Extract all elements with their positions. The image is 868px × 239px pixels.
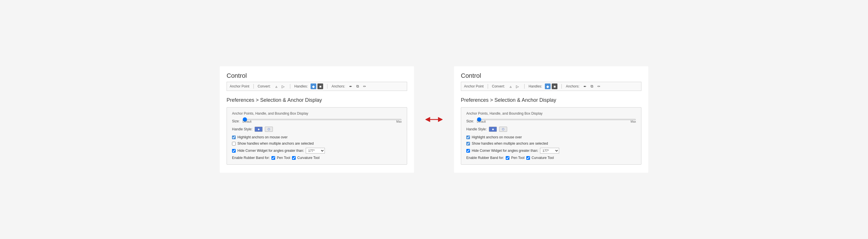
right-anchor-icon-3[interactable]: ⚰ <box>596 84 602 89</box>
anchor-icon-3[interactable]: ⚰ <box>362 84 367 89</box>
left-highlight-label: Highlight anchors on mouse over <box>238 135 287 139</box>
right-handle-btn-filled[interactable]: ◆ <box>489 127 497 132</box>
right-hide-corner-label: Hide Corner Widget for angles greater th… <box>472 149 538 153</box>
handle-icon-1[interactable]: ◆ <box>311 84 316 89</box>
right-handles-label: Handles: <box>529 84 542 88</box>
right-rubber-band-label: Enable Rubber Band for: <box>466 156 504 160</box>
right-size-label: Size: <box>466 119 474 123</box>
right-handle-icons: ◆ ■ <box>545 84 557 89</box>
right-separator-2 <box>524 84 525 89</box>
right-control-bar: Anchor Point Convert: ▵ ▷ Handles: ◆ ■ A… <box>461 82 642 91</box>
handle-icon-2[interactable]: ■ <box>317 84 323 89</box>
right-slider-labels: Default Max <box>477 120 636 123</box>
separator-1 <box>253 84 254 89</box>
left-title: Control <box>226 72 407 80</box>
left-convert-label: Convert: <box>258 84 271 88</box>
left-handle-circle-icon <box>268 128 270 130</box>
right-curvature-label: Curvature Tool <box>532 156 554 160</box>
left-rubber-band-row: Enable Rubber Band for: Pen Tool Curvatu… <box>232 156 402 160</box>
right-highlight-label: Highlight anchors on mouse over <box>472 135 522 139</box>
left-hide-corner-label: Hide Corner Widget for angles greater th… <box>238 149 304 153</box>
right-curvature-checkbox[interactable] <box>526 156 530 160</box>
right-handle-circle-icon <box>502 128 504 130</box>
left-show-handles-label: Show handles when multiple anchors are s… <box>238 142 314 146</box>
left-handles-label: Handles: <box>294 84 308 88</box>
right-size-row: Size: Default Max <box>466 119 636 123</box>
left-anchors-label: Anchors: <box>332 84 345 88</box>
left-angle-row: Hide Corner Widget for angles greater th… <box>232 148 402 153</box>
left-prefs-box-title: Anchor Points, Handle, and Bounding Box … <box>232 112 402 116</box>
right-hide-corner-checkbox[interactable] <box>466 149 470 153</box>
left-show-handles-checkbox[interactable] <box>232 142 236 146</box>
left-anchor-icons: ✒ ⧉ ⚰ <box>348 84 367 89</box>
left-size-row: Size: Default Max <box>232 119 402 123</box>
right-handle-icon-1[interactable]: ◆ <box>545 84 551 89</box>
left-handle-style-row: Handle Style: ◆ <box>232 127 402 132</box>
right-highlight-checkbox[interactable] <box>466 136 470 139</box>
left-control-bar: Anchor Point Convert: ▵ ▷ Handles: ◆ ■ A… <box>226 82 407 91</box>
left-handle-btn-circle[interactable] <box>265 127 273 132</box>
right-pen-tool-checkbox[interactable] <box>506 156 509 160</box>
left-pen-tool-checkbox[interactable] <box>272 156 275 160</box>
right-separator-1 <box>488 84 488 89</box>
right-angle-row: Hide Corner Widget for angles greater th… <box>466 148 636 153</box>
right-anchors-label: Anchors: <box>566 84 579 88</box>
main-container: Control Anchor Point Convert: ▵ ▷ Handle… <box>214 61 654 178</box>
left-slider-labels: Default Max <box>243 120 402 123</box>
left-highlight-checkbox[interactable] <box>232 136 236 139</box>
left-curvature-checkbox[interactable] <box>292 156 296 160</box>
convert-icon-2[interactable]: ▷ <box>280 84 286 89</box>
right-slider-container: Default Max <box>477 119 636 123</box>
right-prefs-box-title: Anchor Points, Handle, and Bounding Box … <box>466 112 636 116</box>
right-convert-icon-1[interactable]: ▵ <box>508 84 514 89</box>
right-angle-select[interactable]: 177° <box>540 148 559 153</box>
right-separator-3 <box>561 84 562 89</box>
right-prefs-box: Anchor Points, Handle, and Bounding Box … <box>461 107 642 165</box>
right-anchor-icon-2[interactable]: ⧉ <box>589 84 595 89</box>
right-pen-tool-label: Pen Tool <box>511 156 524 160</box>
right-handle-style-row: Handle Style: ◆ <box>466 127 636 132</box>
left-slider-max: Max <box>396 120 402 123</box>
anchor-icon-1[interactable]: ✒ <box>348 84 354 89</box>
right-show-handles-checkbox[interactable] <box>466 142 470 146</box>
right-slider-max: Max <box>630 120 636 123</box>
anchor-icon-2[interactable]: ⧉ <box>355 84 361 89</box>
left-angle-select[interactable]: 177° <box>306 148 325 153</box>
left-convert-icons: ▵ ▷ <box>273 84 286 89</box>
left-panel: Control Anchor Point Convert: ▵ ▷ Handle… <box>220 66 414 173</box>
left-curvature-label: Curvature Tool <box>298 156 320 160</box>
right-convert-icon-2[interactable]: ▷ <box>515 84 520 89</box>
right-anchor-point-label: Anchor Point <box>464 84 484 88</box>
left-handle-style-label: Handle Style: <box>232 127 252 131</box>
right-show-handles-label: Show handles when multiple anchors are s… <box>472 142 548 146</box>
right-anchor-icons: ✒ ⧉ ⚰ <box>582 84 602 89</box>
right-slider-min: Default <box>477 120 486 123</box>
left-show-handles-row: Show handles when multiple anchors are s… <box>232 142 402 146</box>
right-rubber-band-row: Enable Rubber Band for: Pen Tool Curvatu… <box>466 156 636 160</box>
left-slider-min: Default <box>243 120 252 123</box>
left-highlight-row: Highlight anchors on mouse over <box>232 135 402 139</box>
left-slider-container: Default Max <box>243 119 402 123</box>
left-section-title: Preferences > Selection & Anchor Display <box>226 97 407 103</box>
right-anchor-icon-1[interactable]: ✒ <box>582 84 588 89</box>
left-anchor-point-label: Anchor Point <box>230 84 249 88</box>
left-handle-btn-filled[interactable]: ◆ <box>255 127 262 132</box>
left-hide-corner-checkbox[interactable] <box>232 149 236 153</box>
arrow-connector <box>426 115 442 124</box>
convert-icon-1[interactable]: ▵ <box>273 84 279 89</box>
right-handle-btn-circle[interactable] <box>499 127 507 132</box>
right-panel: Control Anchor Point Convert: ▵ ▷ Handle… <box>454 66 648 173</box>
right-title: Control <box>461 72 642 80</box>
bidirectional-arrow <box>426 115 442 124</box>
left-rubber-band-label: Enable Rubber Band for: <box>232 156 270 160</box>
right-convert-label: Convert: <box>492 84 505 88</box>
left-handle-icons: ◆ ■ <box>311 84 323 89</box>
left-prefs-box: Anchor Points, Handle, and Bounding Box … <box>226 107 407 165</box>
left-size-label: Size: <box>232 119 240 123</box>
separator-3 <box>327 84 328 89</box>
right-section-title: Preferences > Selection & Anchor Display <box>461 97 642 103</box>
right-highlight-row: Highlight anchors on mouse over <box>466 135 636 139</box>
right-handle-icon-2[interactable]: ■ <box>552 84 557 89</box>
right-handle-style-label: Handle Style: <box>466 127 487 131</box>
right-convert-icons: ▵ ▷ <box>508 84 520 89</box>
